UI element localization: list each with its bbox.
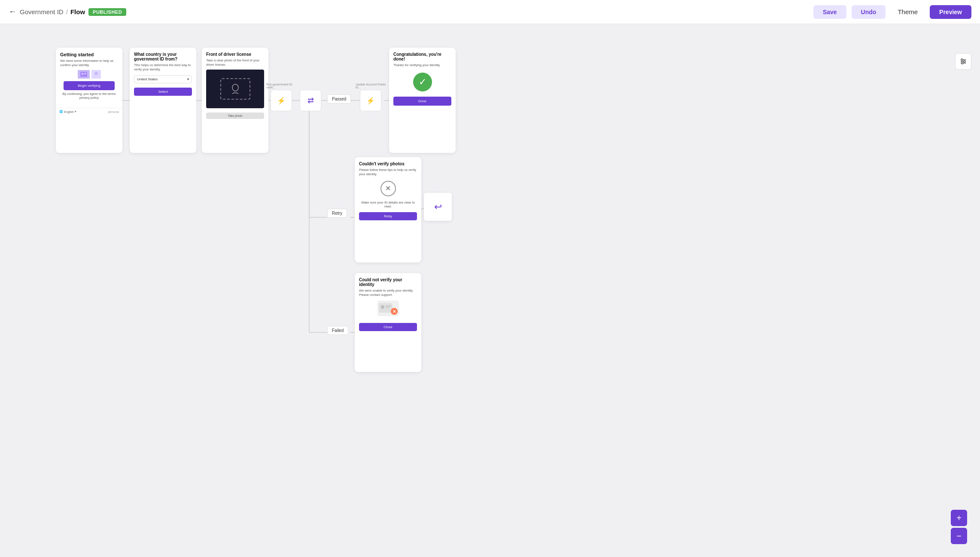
start-card-inner: Getting started We need some information… [56,48,122,104]
retry-subtext: Make sure your ID details are clear to r… [359,201,417,209]
gov-id-card-title: Front of driver license [206,52,264,57]
fail-illustration: ✕ [377,301,399,316]
face-outline-icon [229,82,242,95]
country-select-input[interactable]: United States ▾ [134,75,192,83]
lightning-icon-2: ⚡ [366,97,375,105]
breadcrumb-parent: Government ID [20,8,64,15]
gov-id-card-description: Take a clear photo of the front of your … [206,58,264,67]
lightning-icon: ⚡ [277,97,286,105]
svg-rect-30 [386,307,389,308]
close-button[interactable]: Close [359,323,417,331]
fail-id-graphic: ✕ [379,301,398,315]
fail-card: Fail Could not verify your identity We w… [355,273,421,372]
country-card-title: What country is your government ID from? [134,52,192,61]
svg-rect-22 [84,73,86,74]
start-card-footer: 🌐 English ▾ persona [56,108,122,115]
preview-button[interactable]: Preview [930,5,971,19]
fail-icon-area: ✕ [359,301,417,316]
gov-id-mini-card: Government ID verification ↩ [424,193,452,221]
update-fields-node[interactable]: ⚡ [360,90,381,111]
globe-icon: 🌐 [59,110,63,113]
svg-point-18 [964,61,965,62]
language-label: English [64,110,74,113]
id-retry-card: ID retry Couldn't verify photos Please f… [355,157,421,262]
license-photo-area [206,70,264,108]
retry-icon-area: ✕ [359,181,417,196]
success-card-inner: Congratulations, you're done! Thanks for… [389,48,456,110]
adjust-button[interactable] [955,53,971,70]
header: ← Government ID / Flow PUBLISHED Save Un… [0,0,980,24]
update-fields-label: Update Account Fields fo... [356,83,390,89]
zoom-in-button[interactable]: + [951,510,967,526]
redirect-icon: ↩ [434,201,442,213]
fail-card-description: We were unable to verify your identity. … [359,289,417,297]
begin-verifying-button[interactable]: Begin verifying [64,81,115,90]
back-button[interactable]: ← [9,7,16,16]
id-card-icon-1 [78,70,90,79]
take-photo-button[interactable]: Take photo [206,113,264,119]
start-card-legal: By continuing, you agree to the terms pr… [60,92,118,100]
success-card-title: Congratulations, you're done! [393,52,451,61]
id-retry-card-description: Please follow these tips to help us veri… [359,168,417,177]
retry-circle: ✕ [380,181,396,196]
start-card-illustration [60,70,118,79]
save-button[interactable]: Save [813,5,846,19]
check-icon: ✓ [419,76,426,88]
svg-rect-29 [386,306,391,307]
start-card-title: Getting started [60,52,118,57]
header-right: Save Undo Theme Preview [813,5,971,19]
failed-node: Failed [327,326,348,335]
id-card-icon-2 [91,70,101,79]
breadcrumb-separator: / [66,8,68,15]
flow-canvas[interactable]: Start Getting started We need some infor… [0,24,980,557]
language-selector[interactable]: 🌐 English ▾ [59,110,76,113]
retry-button[interactable]: Retry [359,212,417,220]
breadcrumb: Government ID / Flow [20,8,85,15]
country-select-value: United States [137,77,158,81]
svg-point-26 [232,84,238,91]
compare-node[interactable]: ⇄ [300,90,321,111]
chevron-down-icon: ▾ [187,77,189,81]
svg-point-28 [381,305,384,309]
start-card-description: We need some information to help us conf… [60,59,118,67]
theme-button[interactable]: Theme [891,5,925,19]
adjust-icon [959,58,967,65]
start-card: Start Getting started We need some infor… [56,48,122,153]
country-card-description: This helps us determine the best way to … [134,63,192,72]
done-button[interactable]: Done [393,97,451,106]
breadcrumb-current: Flow [70,8,85,15]
passed-node: Passed [327,94,351,103]
gov-id-card-inner: Front of driver license Take a clear pho… [202,48,268,123]
svg-point-25 [94,72,98,75]
undo-button[interactable]: Undo [852,5,886,19]
fail-card-title: Could not verify your identity [359,277,417,287]
zoom-out-button[interactable]: − [951,528,967,544]
id-retry-card-title: Couldn't verify photos [359,161,417,166]
run-gov-id-node[interactable]: ⚡ [271,90,292,111]
zoom-controls: + − [951,510,967,544]
svg-point-17 [961,59,963,61]
country-card-inner: What country is your government ID from?… [130,48,196,100]
success-card-description: Thanks for verifying your identity. [393,63,451,67]
gov-id-card: Government ID verification Front of driv… [202,48,268,153]
svg-point-21 [82,73,83,75]
compare-icon: ⇄ [307,96,314,105]
chevron-down-icon: ▾ [75,110,76,113]
persona-logo: persona [108,110,119,113]
svg-text:✕: ✕ [393,309,396,314]
run-gov-id-label: Run government ID verifi... [266,83,301,89]
published-badge: PUBLISHED [88,8,126,16]
success-card: Success Congratulations, you're done! Th… [389,48,456,153]
id-retry-card-inner: Couldn't verify photos Please follow the… [355,157,421,225]
x-icon: ✕ [385,184,391,192]
passport-graphic [91,70,101,79]
svg-rect-23 [84,74,86,75]
license-overlay [220,78,250,100]
retry-node: Retry [327,209,347,218]
fail-card-inner: Could not verify your identity We were u… [355,273,421,335]
id-graphic [80,72,87,77]
svg-rect-20 [80,72,87,77]
header-left: ← Government ID / Flow PUBLISHED [9,7,126,16]
select-button[interactable]: Select [134,88,192,96]
check-circle: ✓ [413,73,432,91]
